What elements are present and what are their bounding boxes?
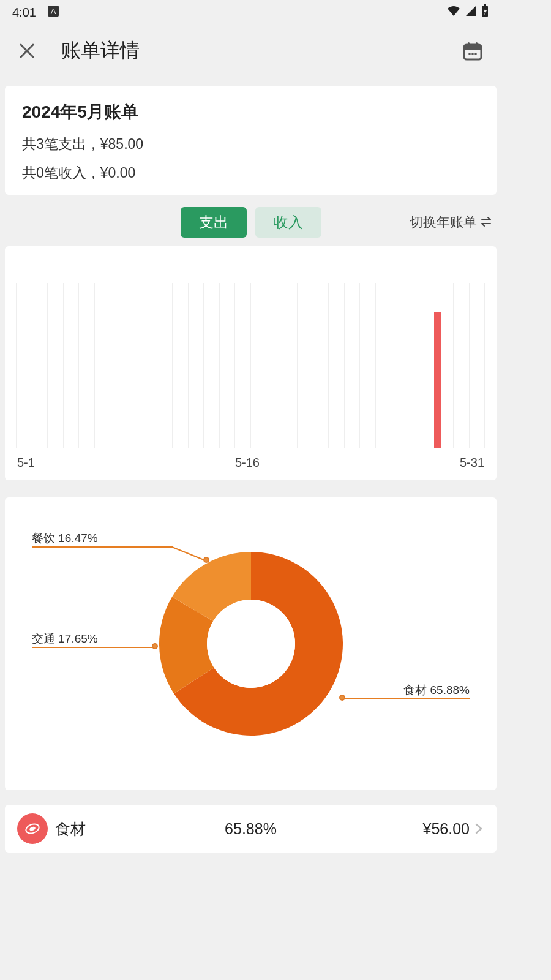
bar-x-left: 5-1	[17, 456, 35, 470]
tab-expense[interactable]: 支出	[181, 207, 247, 238]
donut-dot	[339, 695, 345, 701]
svg-rect-3	[484, 4, 486, 6]
summary-title: 2024年5月账单	[22, 100, 479, 124]
switch-year-button[interactable]: 切换年账单	[410, 213, 493, 232]
svg-rect-7	[476, 42, 478, 47]
category-row-ingredients[interactable]: 食材 65.88% ¥56.00	[5, 805, 497, 853]
calendar-icon[interactable]	[462, 40, 483, 61]
keyboard-icon: A	[47, 5, 59, 20]
svg-rect-6	[468, 42, 470, 47]
tab-income[interactable]: 收入	[255, 207, 321, 238]
bar-x-right: 5-31	[460, 456, 484, 470]
summary-income: 共0笔收入，¥0.00	[22, 164, 479, 183]
svg-point-11	[207, 600, 295, 688]
bar-chart	[16, 283, 485, 448]
summary-card: 2024年5月账单 共3笔支出，¥85.00 共0笔收入，¥0.00	[5, 86, 497, 195]
donut-line	[32, 546, 173, 548]
swap-icon	[481, 214, 493, 230]
svg-point-9	[471, 53, 474, 55]
svg-text:A: A	[51, 7, 56, 16]
chevron-right-icon	[473, 823, 484, 834]
donut-label-ingredients: 食材 65.88%	[403, 682, 470, 698]
status-bar: 4:01 A	[0, 0, 501, 24]
toggle-row: 支出 收入 切换年账单	[5, 206, 497, 239]
summary-expense: 共3笔支出，¥85.00	[22, 135, 479, 154]
bar-chart-card: 5-1 5-16 5-31	[5, 246, 497, 480]
donut-label-transport: 交通 17.65%	[32, 631, 98, 647]
status-time: 4:01	[12, 6, 36, 20]
svg-point-8	[468, 53, 471, 55]
signal-icon	[465, 5, 477, 20]
svg-point-13	[29, 826, 36, 831]
app-header: 账单详情	[0, 24, 501, 77]
svg-rect-5	[464, 45, 481, 50]
donut-chart-card: 餐饮 16.47% 交通 17.65% 食材 65.88%	[5, 497, 497, 790]
bar-x-mid: 5-16	[235, 456, 260, 470]
bar-xaxis: 5-1 5-16 5-31	[16, 456, 485, 470]
switch-year-label: 切换年账单	[410, 213, 477, 232]
category-name: 食材	[55, 819, 86, 839]
category-amount: ¥56.00	[423, 820, 470, 838]
svg-point-10	[474, 53, 477, 55]
donut-line	[32, 647, 154, 648]
close-icon[interactable]	[18, 42, 36, 59]
donut-dot	[203, 557, 209, 563]
donut-dot	[152, 643, 158, 649]
page-title: 账单详情	[61, 37, 462, 64]
battery-icon	[481, 4, 489, 21]
donut-chart	[159, 552, 343, 736]
donut-label-dining: 餐饮 16.47%	[32, 530, 98, 546]
donut-line	[341, 698, 470, 699]
wifi-icon	[446, 5, 461, 20]
meat-icon	[17, 813, 48, 844]
category-percent: 65.88%	[225, 820, 277, 838]
